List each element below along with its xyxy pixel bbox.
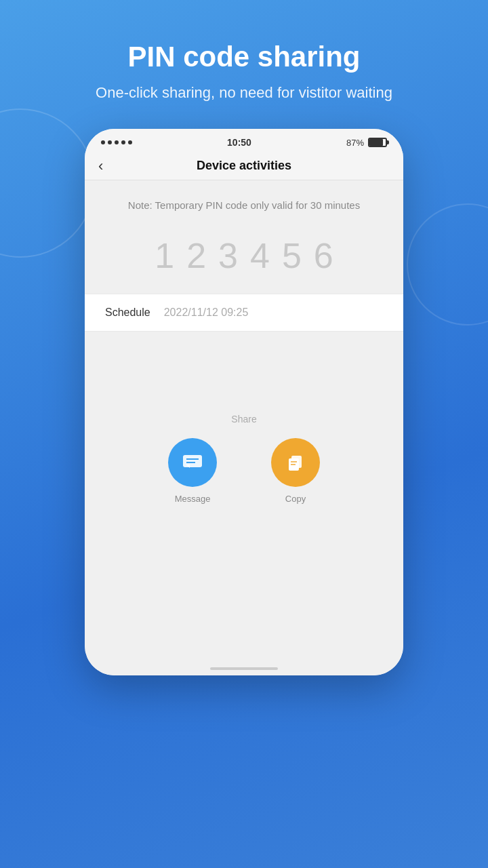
dot-5: [128, 140, 132, 144]
home-indicator: [85, 655, 403, 675]
status-right: 87%: [346, 138, 387, 148]
message-share-button[interactable]: Message: [168, 438, 217, 504]
pin-digit-1: 1: [155, 238, 174, 273]
message-btn-circle: [168, 438, 217, 487]
dot-1: [101, 140, 105, 144]
sub-title: One-click sharing, no need for vistitor …: [96, 84, 392, 102]
share-area: Share Message: [105, 414, 383, 524]
note-text: Note: Temporary PIN code only valid for …: [105, 199, 383, 211]
bg-decoration-right: [407, 203, 488, 326]
pin-display: 1 2 3 4 5 6: [85, 224, 403, 294]
battery-fill: [369, 139, 383, 146]
header-section: PIN code sharing One-click sharing, no n…: [96, 41, 392, 102]
message-btn-label: Message: [175, 494, 211, 504]
copy-icon: [286, 453, 305, 472]
status-time: 10:50: [227, 137, 251, 148]
share-buttons: Message Copy: [168, 438, 320, 504]
share-label: Share: [231, 414, 256, 425]
pin-digit-5: 5: [282, 238, 302, 273]
pin-digit-2: 2: [186, 238, 206, 273]
schedule-value: 2022/11/12 09:25: [164, 307, 249, 319]
battery-icon: [368, 138, 387, 147]
content-area: Note: Temporary PIN code only valid for …: [85, 180, 403, 655]
pin-digit-3: 3: [218, 238, 238, 273]
dot-4: [121, 140, 125, 144]
phone-mockup: 10:50 87% ‹ Device activities Note: Temp…: [85, 129, 403, 675]
svg-rect-0: [183, 455, 202, 467]
nav-bar: ‹ Device activities: [85, 152, 403, 180]
copy-btn-label: Copy: [285, 494, 306, 504]
back-button[interactable]: ‹: [98, 157, 103, 175]
status-bar: 10:50 87%: [85, 129, 403, 152]
share-section: Share Message: [85, 332, 403, 535]
copy-share-button[interactable]: Copy: [271, 438, 320, 504]
dot-2: [108, 140, 112, 144]
home-bar: [210, 667, 278, 670]
schedule-section: Schedule 2022/11/12 09:25: [85, 294, 403, 332]
pin-digit-6: 6: [314, 238, 333, 273]
dot-3: [115, 140, 119, 144]
main-title: PIN code sharing: [96, 41, 392, 73]
page-title: Device activities: [197, 159, 291, 173]
note-section: Note: Temporary PIN code only valid for …: [85, 180, 403, 224]
signal-dots: [101, 140, 132, 144]
copy-btn-circle: [271, 438, 320, 487]
bg-decoration-left: [0, 108, 95, 258]
message-icon: [182, 452, 203, 473]
battery-percent: 87%: [346, 138, 364, 148]
schedule-label: Schedule: [105, 307, 150, 319]
pin-digit-4: 4: [250, 238, 270, 273]
